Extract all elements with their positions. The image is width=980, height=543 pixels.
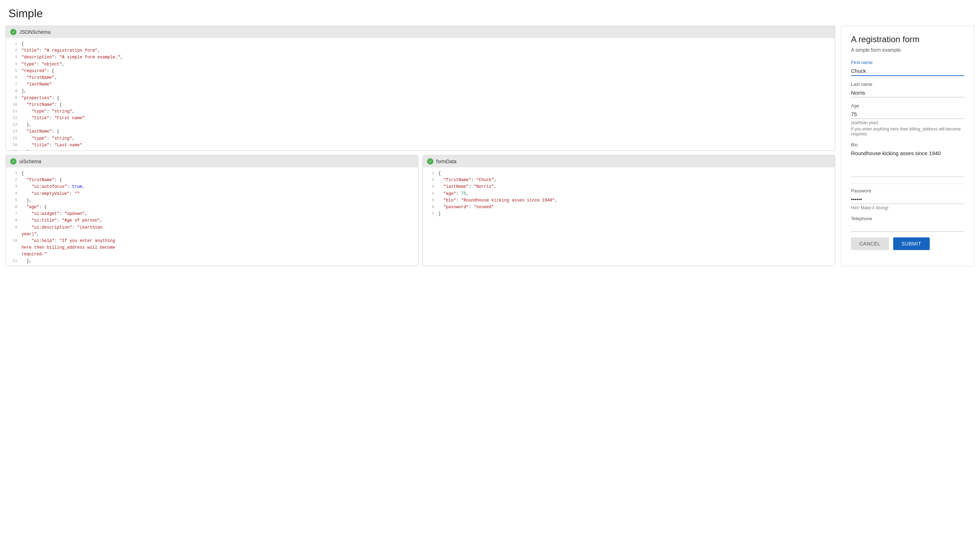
bio-field: Bio Roundhouse kicking asses since 1940 — [851, 142, 964, 178]
code-line: 5"required": [ — [6, 68, 835, 75]
ui-schema-panel: ✓ uiSchema 1{ 2 "firstName": { 3 "ui:aut… — [6, 155, 418, 266]
code-line: 6 "age": { — [6, 204, 418, 211]
code-line: 6 "firstName", — [6, 75, 835, 81]
code-line: 15 "type": "string", — [6, 135, 835, 142]
code-line: 12 "bio": { — [6, 265, 418, 266]
code-line: 7 "lastName" — [6, 81, 835, 88]
json-schema-check-icon: ✓ — [10, 29, 16, 35]
code-line: 3"description": "A simple form example."… — [6, 54, 835, 61]
json-schema-header: ✓ JSONSchema — [6, 26, 835, 38]
page-title: Simple — [0, 0, 980, 25]
cancel-button[interactable]: CANCEL — [851, 237, 889, 250]
code-line: 5 "bio": "Roundhouse kicking asses since… — [423, 197, 835, 204]
bio-input[interactable]: Roundhouse kicking asses since 1940 — [851, 149, 964, 177]
code-line: 4"type": "object", — [6, 61, 835, 68]
left-panel: ✓ JSONSchema 1{ 2"title": "A registratio… — [6, 25, 835, 266]
age-label: Age — [851, 103, 964, 108]
telephone-label: Telephone — [851, 216, 964, 221]
code-line: 4 "age": 75, — [423, 191, 835, 197]
first-name-label: First name — [851, 60, 964, 65]
password-field: Password Hint: Make it strong! — [851, 188, 964, 210]
code-line: 8], — [6, 88, 835, 95]
registration-form: A registration form A simple form exampl… — [841, 25, 974, 266]
age-help: If you enter anything here then billing_… — [851, 127, 964, 137]
age-field: Age (earthian year) If you enter anythin… — [851, 103, 964, 137]
code-line: 16 "title": "Last name" — [6, 142, 835, 149]
code-line: 1{ — [423, 170, 835, 177]
form-data-label: formData — [436, 159, 457, 164]
code-line: 11 }, — [6, 258, 418, 264]
form-title: A registration form — [851, 35, 964, 44]
form-divider — [851, 183, 964, 184]
form-actions: CANCEL SUBMIT — [851, 237, 964, 250]
code-line: 5 }, — [6, 197, 418, 204]
code-line: 9 "ui:description": "(earthian — [6, 225, 418, 231]
bottom-panels: ✓ uiSchema 1{ 2 "firstName": { 3 "ui:aut… — [6, 155, 835, 266]
code-line: 10required." — [6, 251, 418, 258]
password-label: Password — [851, 188, 964, 193]
telephone-field: Telephone — [851, 216, 964, 232]
submit-button[interactable]: SUBMIT — [893, 237, 930, 250]
form-data-header: ✓ formData — [423, 156, 835, 167]
code-line: 12 "title": "First name" — [6, 115, 835, 122]
code-line: 14 "lastName": { — [6, 128, 835, 135]
age-hint: (earthian year) — [851, 120, 964, 125]
code-line: 10 "firstName": { — [6, 102, 835, 108]
code-line: 9year)", — [6, 231, 418, 238]
first-name-input[interactable] — [851, 67, 964, 76]
password-input[interactable] — [851, 195, 964, 204]
bio-label: Bio — [851, 142, 964, 147]
form-data-panel: ✓ formData 1{ 2 "firstName": "Chuck", 3 … — [423, 155, 835, 266]
code-line: 11 "type": "string", — [6, 108, 835, 115]
main-layout: ✓ JSONSchema 1{ 2"title": "A registratio… — [0, 25, 980, 272]
ui-schema-label: uiSchema — [19, 159, 41, 164]
last-name-input[interactable] — [851, 88, 964, 97]
json-schema-label: JSONSchema — [19, 29, 51, 35]
first-name-field: First name — [851, 60, 964, 76]
code-line: 10here then billing_address will become — [6, 244, 418, 251]
code-line: 13 }, — [6, 122, 835, 128]
code-line: 8 "ui:title": "Age of person", — [6, 217, 418, 224]
code-line: 17 }, — [6, 149, 835, 151]
code-line: 2 "firstName": "Chuck", — [423, 177, 835, 183]
code-line: 2"title": "A registration form", — [6, 48, 835, 54]
code-line: 1{ — [6, 170, 418, 177]
ui-schema-content[interactable]: 1{ 2 "firstName": { 3 "ui:autofocus": tr… — [6, 167, 418, 266]
code-line: 6 "password": "noneed" — [423, 204, 835, 211]
password-hint: Hint: Make it strong! — [851, 205, 964, 210]
code-line: 4 "ui:emptyValue": "" — [6, 191, 418, 197]
ui-schema-check-icon: ✓ — [10, 158, 16, 165]
form-description: A simple form example. — [851, 47, 964, 53]
code-line: 2 "firstName": { — [6, 177, 418, 183]
form-data-content[interactable]: 1{ 2 "firstName": "Chuck", 3 "lastName":… — [423, 167, 835, 266]
code-line: 3 "ui:autofocus": true, — [6, 183, 418, 190]
code-line: 3 "lastName": "Norris", — [423, 183, 835, 190]
last-name-field: Last name — [851, 81, 964, 97]
json-schema-panel: ✓ JSONSchema 1{ 2"title": "A registratio… — [6, 25, 835, 151]
telephone-input[interactable] — [851, 223, 964, 232]
code-line: 9"properties": { — [6, 95, 835, 102]
json-schema-content[interactable]: 1{ 2"title": "A registration form", 3"de… — [6, 38, 835, 151]
code-line: 10 "ui:help": "If you enter anything — [6, 238, 418, 244]
ui-schema-header: ✓ uiSchema — [6, 156, 418, 167]
code-line: 7 "ui:widget": "updown", — [6, 211, 418, 217]
code-line: 7} — [423, 211, 835, 217]
form-data-check-icon: ✓ — [427, 158, 433, 165]
age-input[interactable] — [851, 110, 964, 119]
last-name-label: Last name — [851, 81, 964, 87]
code-line: 1{ — [6, 41, 835, 48]
